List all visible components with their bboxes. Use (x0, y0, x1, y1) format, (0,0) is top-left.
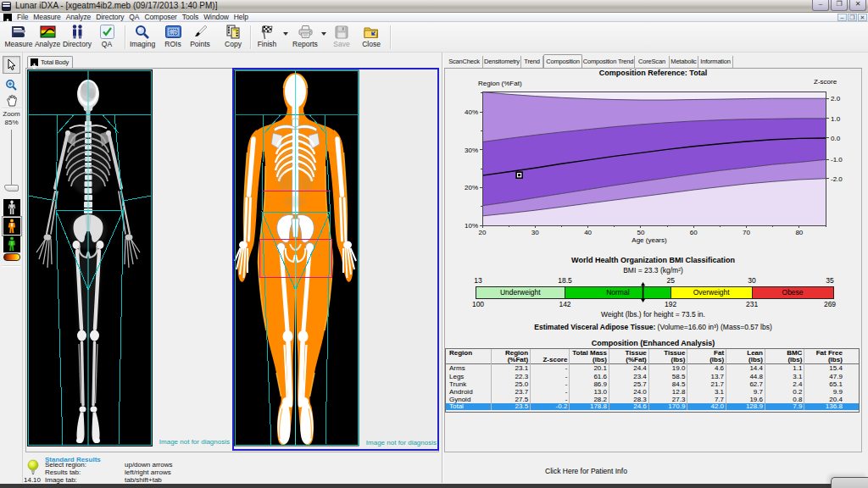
tab-metabolic[interactable]: Metabolic (670, 56, 698, 68)
pointer-tool-button[interactable] (3, 56, 20, 74)
composition-scan-image[interactable] (232, 68, 439, 451)
composition-thumbnail[interactable] (3, 218, 20, 235)
chart-label: Age (years) (632, 236, 667, 244)
chart-label: 60 (690, 229, 698, 236)
chart-label: 40 (584, 229, 592, 236)
table-row[interactable]: Android23.7-13.024.012.83.19.70.29.9 (446, 388, 860, 396)
table-cell: 23.7 (491, 388, 531, 396)
result-tabs: ScanCheckDensitometryTrendCompositionCom… (446, 56, 733, 68)
close-button[interactable]: ✕ (849, 0, 866, 11)
chart-label: 20 (479, 229, 487, 236)
bmi-title: World Health Organization BMI Classifica… (444, 256, 862, 264)
weight-note: Weight (lbs.) for height = 73.5 in. (444, 310, 862, 319)
table-cell: 12.8 (648, 388, 687, 396)
table-cell: 22.3 (491, 373, 531, 380)
table-cell-total: 128.9 (726, 403, 765, 410)
skeleton-scan-image[interactable] (27, 69, 153, 446)
tab-information[interactable]: Information (698, 56, 733, 68)
menu-measure[interactable]: Measure (31, 13, 63, 22)
tab-composition[interactable]: Composition (543, 54, 582, 68)
menu-directory[interactable]: Directory (93, 13, 126, 22)
tab-corescan[interactable]: CoreScan (635, 56, 670, 68)
menu-help[interactable]: Help (231, 13, 251, 22)
column-header: Region(%Fat) (491, 349, 531, 364)
zoom-slider-track[interactable] (11, 130, 12, 186)
table-cell: 19.0 (648, 364, 687, 373)
bmi-segment-label: Underweight (500, 288, 541, 297)
mdi-close-button[interactable]: ✕ (858, 14, 867, 21)
column-header: Tissue(%Fat) (609, 349, 648, 364)
table-cell-total: Total (446, 403, 491, 410)
table-cell: 24.0 (609, 388, 648, 396)
chart-label: 40% (465, 108, 478, 116)
table-cell: 62.7 (726, 380, 765, 388)
table-cell: 13.0 (570, 388, 609, 396)
menu-tools[interactable]: Tools (180, 13, 201, 22)
close-button[interactable]: Close (351, 24, 392, 51)
notification-bubble[interactable] (831, 477, 868, 488)
table-cell-total: 7.9 (765, 403, 804, 410)
printer-icon (285, 24, 326, 40)
status-label: Image tab: (45, 476, 77, 484)
table-cell: 65.1 (804, 380, 860, 388)
toolbar-separator (125, 25, 126, 49)
menu-composer[interactable]: Composer (142, 13, 179, 22)
status-value: left/right arrows (125, 469, 171, 476)
finish-flag-icon (247, 24, 287, 40)
sidebar-divider (2, 265, 21, 266)
taskbar-strip (0, 484, 868, 488)
table-row[interactable]: Legs22.3-61.623.458.513.744.83.147.9 (446, 373, 860, 380)
qa-button[interactable]: QA (86, 24, 127, 51)
table-row-total[interactable]: Total23.5-0.2178.824.6170.942.0128.97.91… (446, 403, 860, 410)
window-title: Lunar iDXA - [xgeatm4ib2.meb (09/17/2013… (15, 1, 217, 10)
column-header: Tissue(lbs) (648, 349, 687, 364)
skeleton-thumbnail[interactable] (3, 199, 20, 216)
document-icon[interactable] (3, 14, 12, 21)
finish-button-label: Finish (247, 40, 287, 48)
table-cell: 4.6 (687, 364, 726, 373)
restore-button[interactable]: ❐ (831, 0, 848, 11)
qa-check-icon (86, 24, 127, 40)
table-cell-total: 136.8 (804, 403, 860, 410)
menu-qa[interactable]: QA (126, 13, 142, 22)
vat-line: Estimated Visceral Adipose Tissue: (Volu… (444, 323, 862, 331)
table-cell: 3.1 (687, 388, 726, 396)
table-cell: Arms (446, 364, 491, 373)
vat-label: Estimated Visceral Adipose Tissue: (534, 323, 655, 331)
chart-label: 30% (465, 147, 478, 154)
chart-label: Z-score (814, 78, 837, 86)
minimize-button[interactable]: – (812, 0, 829, 11)
table-row[interactable]: Trunk25.0-86.925.784.521.762.72.465.1 (446, 380, 860, 388)
tab-trend[interactable]: Trend (521, 56, 543, 68)
table-cell: Trunk (446, 380, 491, 388)
table-cell: 24.4 (609, 364, 648, 373)
reports-button[interactable]: Reports (285, 24, 326, 51)
menu-analyze[interactable]: Analyze (64, 13, 94, 22)
chart-label: -2.0 (831, 175, 843, 183)
menu-file[interactable]: File (14, 13, 31, 22)
tab-densitometry[interactable]: Densitometry (483, 56, 521, 68)
table-cell: 23.4 (609, 373, 648, 380)
patient-info-link[interactable]: Click Here for Patient Info (444, 467, 728, 475)
chart-label: 0.0 (831, 135, 841, 142)
tissue-thumbnail[interactable] (3, 236, 20, 252)
table-cell: - (531, 364, 570, 373)
pan-tool-button[interactable] (3, 92, 20, 109)
tab-composition-trend[interactable]: Composition Trend (582, 56, 635, 68)
finish-button[interactable]: Finish (247, 24, 287, 51)
app-icon[interactable] (2, 2, 11, 11)
tab-total-body[interactable]: Total Body (27, 56, 73, 68)
composition-table-title: Composition (Enhanced Analysis) (444, 339, 862, 347)
zoom-slider-handle[interactable] (4, 185, 19, 191)
table-cell: 20.1 (570, 364, 609, 373)
mdi-restore-button[interactable]: ❐ (848, 14, 857, 21)
bmi-scale-label: 100 (472, 300, 484, 308)
image-note-right: Image not for diagnosis (326, 439, 437, 446)
tab-scancheck[interactable]: ScanCheck (446, 56, 483, 68)
menu-window[interactable]: Window (201, 13, 231, 22)
table-cell: 25.0 (491, 380, 531, 388)
table-row[interactable]: Arms23.1-20.124.419.04.614.41.115.4 (446, 364, 860, 373)
table-cell: 23.1 (491, 364, 531, 373)
total-body-icon (31, 58, 38, 66)
mdi-minimize-button[interactable]: – (837, 14, 847, 21)
